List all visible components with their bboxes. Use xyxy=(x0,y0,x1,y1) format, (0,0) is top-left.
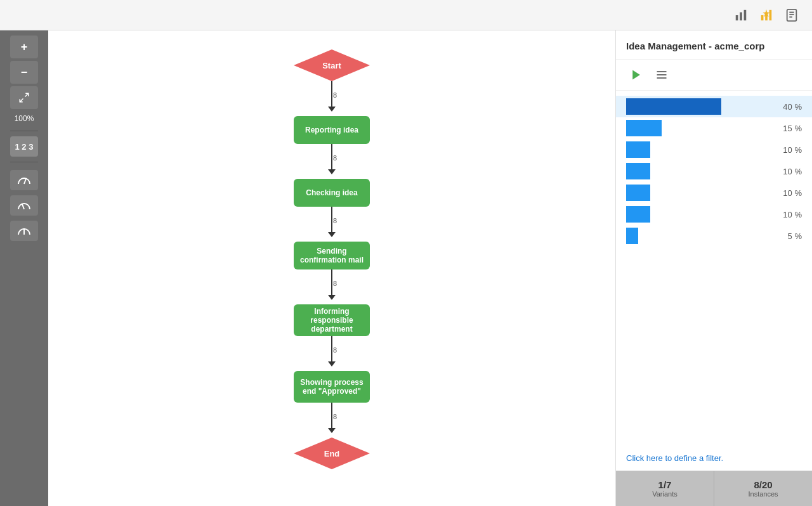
zoom-out-button[interactable]: − xyxy=(10,61,38,84)
number-display[interactable]: 1 2 3 xyxy=(10,136,38,157)
instances-stat[interactable]: 8/20 Instances xyxy=(714,471,812,506)
bar-1 xyxy=(626,120,662,136)
svg-marker-16 xyxy=(632,70,640,80)
node-checking-idea[interactable]: Checking idea xyxy=(294,179,370,207)
right-panel: Idea Management - acme_corp 40 %15 %10 %… xyxy=(615,30,812,506)
list-button[interactable] xyxy=(652,65,672,85)
arrow-2: 8 xyxy=(328,144,336,179)
sidebar-divider-2 xyxy=(10,162,38,162)
top-toolbar xyxy=(0,0,812,30)
informing-dept-rect[interactable]: Informing responsible department xyxy=(294,304,370,336)
expand-button[interactable] xyxy=(10,86,38,109)
sending-confirmation-label: Sending confirmation mail xyxy=(296,247,367,264)
instances-label: Instances xyxy=(748,490,778,498)
bar-chart-icon[interactable] xyxy=(731,5,751,25)
end-diamond[interactable]: End xyxy=(294,438,370,469)
chart-bar-row-2[interactable]: 10 % xyxy=(616,139,812,160)
node-showing-end[interactable]: Showing process end "Approved" xyxy=(294,371,370,403)
chart-area: 40 %15 %10 %10 %10 %10 %5 % xyxy=(616,91,812,446)
checking-idea-label: Checking idea xyxy=(306,188,357,197)
arrow-label-5: 8 xyxy=(333,346,337,354)
reporting-idea-label: Reporting idea xyxy=(305,126,358,134)
arrow-label-1: 8 xyxy=(333,91,337,99)
arrow-3: 8 xyxy=(328,207,336,242)
sidebar-divider xyxy=(10,131,38,131)
node-reporting-idea[interactable]: Reporting idea xyxy=(294,116,370,144)
gauge-icon-3[interactable] xyxy=(10,221,38,241)
svg-line-11 xyxy=(25,93,29,96)
chart-bar-row-3[interactable]: 10 % xyxy=(616,160,812,182)
reporting-idea-rect[interactable]: Reporting idea xyxy=(294,116,370,144)
svg-rect-1 xyxy=(740,12,742,20)
panel-toolbar xyxy=(616,60,812,91)
variants-stat[interactable]: 1/7 Variants xyxy=(616,471,714,506)
end-label: End xyxy=(324,449,340,458)
checking-idea-rect[interactable]: Checking idea xyxy=(294,179,370,207)
node-start[interactable]: Start xyxy=(294,49,370,81)
arrow-label-6: 8 xyxy=(333,413,337,420)
svg-rect-3 xyxy=(761,15,764,20)
gauge-icon-2[interactable] xyxy=(10,195,38,216)
svg-line-12 xyxy=(20,99,23,102)
svg-rect-5 xyxy=(769,10,772,20)
bar-0 xyxy=(626,98,721,115)
play-button[interactable] xyxy=(626,65,646,85)
showing-end-label: Showing process end "Approved" xyxy=(296,378,367,396)
variants-label: Variants xyxy=(652,490,678,498)
star-chart-icon[interactable] xyxy=(756,5,776,25)
bar-label-1: 15 % xyxy=(773,124,802,133)
start-label: Start xyxy=(322,61,341,70)
instances-num: 8/20 xyxy=(754,479,772,490)
left-sidebar: + − 100% 1 2 3 xyxy=(0,30,48,506)
bar-container-4 xyxy=(626,184,768,202)
bar-label-5: 10 % xyxy=(773,210,802,219)
svg-line-13 xyxy=(24,179,26,184)
chart-bar-row-6[interactable]: 5 % xyxy=(616,225,812,247)
filter-link[interactable]: Click here to define a filter. xyxy=(616,446,812,470)
bar-label-4: 10 % xyxy=(773,188,802,198)
bar-6 xyxy=(626,228,638,244)
start-diamond[interactable]: Start xyxy=(294,49,370,81)
chart-bar-row-4[interactable]: 10 % xyxy=(616,182,812,204)
bar-label-3: 10 % xyxy=(773,167,802,176)
bar-container-2 xyxy=(626,141,768,159)
chart-bar-row-5[interactable]: 10 % xyxy=(616,204,812,225)
arrow-4: 8 xyxy=(328,269,336,304)
chart-bar-row-1[interactable]: 15 % xyxy=(616,117,812,139)
arrow-1: 8 xyxy=(328,81,336,116)
canvas-area: Start 8 Reporting idea 8 xyxy=(48,30,615,506)
bar-5 xyxy=(626,206,650,223)
main-area: + − 100% 1 2 3 xyxy=(0,30,812,506)
informing-dept-label: Informing responsible department xyxy=(296,307,367,334)
svg-line-14 xyxy=(22,204,24,209)
node-sending-confirmation[interactable]: Sending confirmation mail xyxy=(294,242,370,269)
zoom-in-button[interactable]: + xyxy=(10,36,38,58)
arrow-label-2: 8 xyxy=(333,154,337,162)
bar-container-1 xyxy=(626,119,768,137)
panel-footer: 1/7 Variants 8/20 Instances xyxy=(616,470,812,506)
bar-container-0 xyxy=(626,98,768,115)
document-icon[interactable] xyxy=(782,5,802,25)
bar-3 xyxy=(626,163,650,179)
chart-bar-row-0[interactable]: 40 % xyxy=(616,96,812,117)
showing-end-rect[interactable]: Showing process end "Approved" xyxy=(294,371,370,403)
arrow-label-4: 8 xyxy=(333,280,337,287)
flowchart: Start 8 Reporting idea 8 xyxy=(48,30,615,506)
svg-rect-0 xyxy=(736,15,738,20)
bar-container-5 xyxy=(626,205,768,223)
gauge-icon-1[interactable] xyxy=(10,170,38,190)
node-informing-dept[interactable]: Informing responsible department xyxy=(294,304,370,336)
bar-label-6: 5 % xyxy=(773,231,802,241)
bar-4 xyxy=(626,185,650,201)
arrow-label-3: 8 xyxy=(333,217,337,224)
bar-container-6 xyxy=(626,227,768,245)
sending-confirmation-rect[interactable]: Sending confirmation mail xyxy=(294,242,370,269)
arrow-6: 8 xyxy=(328,403,336,438)
bar-2 xyxy=(626,141,650,158)
variants-num: 1/7 xyxy=(658,479,672,490)
bar-label-2: 10 % xyxy=(773,145,802,155)
bar-label-0: 40 % xyxy=(773,102,802,112)
arrow-5: 8 xyxy=(328,336,336,371)
node-end[interactable]: End xyxy=(294,438,370,469)
canvas-scroll[interactable]: Start 8 Reporting idea 8 xyxy=(48,30,615,506)
